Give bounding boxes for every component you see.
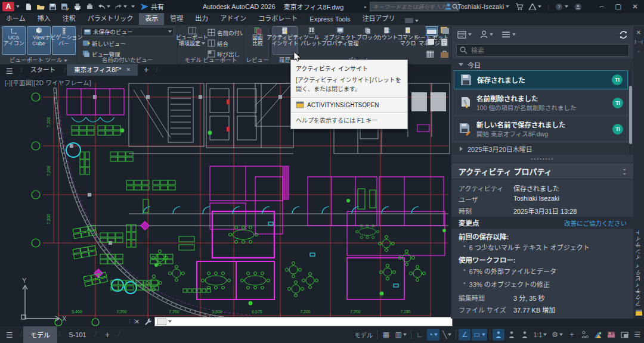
tab-featured-apps[interactable]: 注目アプリ [357,11,401,25]
event-filter-button[interactable] [501,31,516,38]
palette-scrollbar[interactable] [629,70,632,155]
new-drawing-tab-button[interactable]: + [138,65,154,76]
customize-wrench-icon[interactable] [144,318,152,326]
activity-properties-header[interactable]: アクティビティ プロパティ ⌄⌄ [451,163,634,179]
autodesk-app-menu[interactable] [529,4,541,10]
panel-label-viewport-tools[interactable]: ビューポート ツール [0,55,77,64]
active-palette-toggle[interactable] [426,26,438,36]
palette-splitter[interactable]: •••••••• [451,156,634,162]
named-viewports-button[interactable]: 名前の付いたビューポート [208,28,243,37]
command-macros-button[interactable]: コマンドマクロ [397,26,419,55]
share-button[interactable]: 共有 [141,2,164,11]
tab-manage[interactable]: 管理 [164,11,189,25]
model-paper-toggle[interactable]: モデル [352,329,375,341]
clean-screen-hw-button[interactable] [605,329,617,341]
today-section-header[interactable]: 今日 [451,59,634,70]
start-tab[interactable]: スタート [23,63,63,76]
navigation-bar-toggle-button[interactable]: ナビゲーションバー [52,26,76,55]
qat-customize-caret-icon[interactable] [131,5,135,8]
older-date-section[interactable]: 2025年3月20日木曜日 [451,143,634,155]
command-line-close-icon[interactable]: ✕ [132,318,142,326]
tab-collaborate[interactable]: コラボレート [252,11,304,25]
activity-item-saved-as[interactable]: 新しい名前で保存されました 開始 東京オフィス8F.dwg TI [454,117,628,142]
save-as-icon[interactable] [61,3,69,11]
viewport-controls-label[interactable]: [-][平面図][2D ワイヤフレーム] [5,78,91,87]
palette-toggle-3[interactable] [426,38,435,49]
object-snap-tracking-toggle[interactable]: ╲ [441,329,453,341]
ribbon-display-toggle[interactable] [405,18,419,23]
palette-toggle-2[interactable] [440,26,450,37]
customization-menu-button[interactable]: ☰ [631,329,643,341]
layout-tabs-menu-icon[interactable]: ☰ [0,330,19,339]
palette-toggle-6[interactable] [440,50,449,61]
save-icon[interactable] [49,3,57,11]
tab-home[interactable]: ホーム [0,11,32,25]
new-file-icon[interactable] [24,3,32,11]
redo-button[interactable] [114,4,127,10]
viewport-configuration-button[interactable]: ビューポート環境設定 [179,26,205,55]
close-button[interactable]: ✕ [630,2,640,11]
app-logo[interactable]: A [2,2,14,11]
ortho-mode-toggle[interactable]: ∟ [414,329,426,341]
new-view-button[interactable]: 新しいビュー [82,39,126,48]
account-menu[interactable]: Toshiaki-Isezaki [458,3,510,10]
command-input[interactable] [174,319,450,325]
layout-tab-s101[interactable]: S-101 [61,326,93,343]
properties-palette-button[interactable]: オブジェクトプロパティ管理 [323,26,357,55]
autoscale-to​ggle[interactable] [506,329,518,341]
dynamic-input-toggle[interactable]: ▭ [472,329,487,341]
feedback-link[interactable]: 改善にご協力ください [564,219,627,227]
palette-close-icon[interactable]: ✕ [636,28,641,38]
join-viewports-button[interactable]: 結合 [208,39,228,48]
activity-insights-button[interactable]: アクティビティインサイト [273,26,298,55]
activity-item-saved[interactable]: 保存されました TI [454,70,628,89]
print-icon[interactable] [86,3,94,11]
polar-tracking-toggle[interactable]: ◔ [427,329,439,341]
plot-icon[interactable] [73,3,82,11]
command-history-icon[interactable] [157,319,166,325]
drawing-compare-button[interactable]: 図面比較 [246,26,270,55]
isolate-objects-button[interactable] [579,329,591,341]
palette-toggle-5[interactable] [426,50,435,61]
customization-plus-button[interactable]: + [566,329,578,341]
drawing-tab-close-icon[interactable]: ✕ [126,67,131,73]
workspace-switching-button[interactable]: ⚙ [550,329,565,341]
snap-mode-toggle[interactable]: ▥ [393,329,408,341]
model-layout-tab[interactable]: モデル [23,326,57,343]
palette-toggle-4[interactable] [440,38,448,49]
user-filter-button[interactable] [480,30,493,39]
annotation-visibility-toggle[interactable] [493,329,504,341]
tab-parametric[interactable]: パラメトリック [82,11,140,25]
ucs-icon-toggle-button[interactable]: UCSアイコン [2,26,26,55]
object-snap-toggle[interactable]: ∠ [459,329,470,341]
command-input-field[interactable] [154,317,453,326]
minimize-button[interactable]: – [596,2,607,11]
command-dropdown-caret-icon[interactable] [168,320,172,323]
account-avatar-icon[interactable] [574,3,582,11]
grid-display-toggle[interactable]: ▦ [380,329,392,341]
open-file-icon[interactable] [36,3,45,11]
command-line[interactable]: ⋮⋮ ✕ [127,316,453,327]
palette-search-box[interactable] [456,44,629,57]
annotation-scale-icon[interactable] [519,329,531,341]
collapse-chevrons-icon[interactable]: ⌄⌄ [622,167,627,175]
app-menu-caret-icon[interactable] [16,5,20,8]
viewcube-toggle-button[interactable]: ViewCube [27,26,51,55]
help-menu[interactable]: ? [555,3,568,11]
command-line-grip[interactable]: ⋮⋮ [127,320,132,323]
count-palette-button[interactable]: カウント [377,26,397,55]
tab-annotate[interactable]: 注釈 [57,11,82,25]
tab-output[interactable]: 出力 [189,11,214,25]
annotation-scale-value[interactable]: 1:1 [532,329,549,341]
tab-addins[interactable]: アドイン [214,11,252,25]
cart-icon[interactable] [515,3,523,10]
undo-button[interactable] [98,4,110,10]
date-filter-button[interactable] [457,30,472,39]
palette-properties-icon[interactable]: ▫ [637,47,640,57]
fullscreen-button[interactable] [618,329,630,341]
new-layout-button[interactable]: + [98,326,117,343]
view-dropdown[interactable]: 未保存のビュー [81,27,174,36]
tab-view[interactable]: 表示 [139,11,164,25]
refresh-button[interactable] [619,30,628,39]
palette-autohide-icon[interactable]: ⊦⊣ [634,38,643,47]
